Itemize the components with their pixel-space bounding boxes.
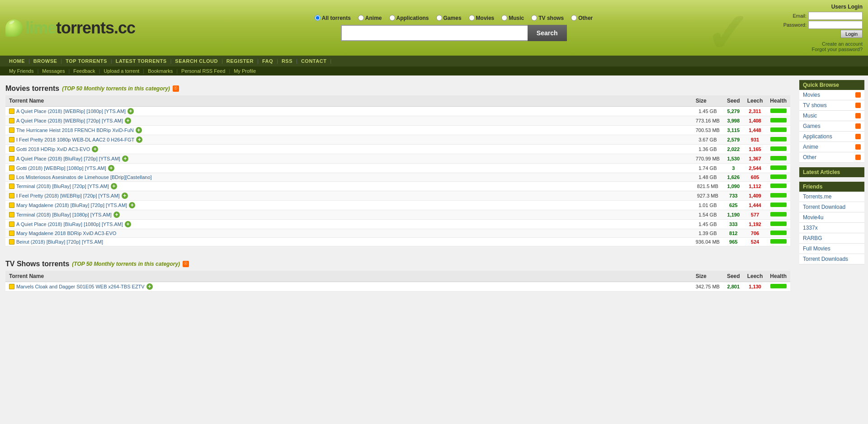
radio-tvshows[interactable]: TV shows — [531, 15, 564, 21]
subnav-upload-torrent[interactable]: Upload a torrent — [100, 68, 143, 74]
friend-movie4u-link[interactable]: Movie4u — [803, 214, 823, 221]
sidebar-other-link[interactable]: Other — [803, 154, 816, 160]
logo[interactable]: limetorrents.cc — [5, 19, 135, 38]
torrent-link[interactable]: Mary Magdalene (2018) [BluRay] [720p] [Y… — [16, 203, 127, 208]
subnav-my-friends[interactable]: My Friends — [5, 68, 37, 74]
password-input[interactable] — [808, 21, 863, 29]
forgot-password-link[interactable]: Forgot your password? — [812, 47, 863, 52]
torrent-link[interactable]: A Quiet Place (2018) [BluRay] [1080p] [Y… — [16, 221, 123, 227]
radio-other[interactable]: Other — [571, 15, 593, 21]
torrent-type-icon — [9, 174, 14, 180]
torrent-link[interactable]: Terminal (2018) [BluRay] [1080p] [YTS.AM… — [16, 212, 112, 217]
torrent-link[interactable]: A Quiet Place (2018) [WEBRip] [720p] [YT… — [16, 118, 123, 123]
friend-torrents-me-link[interactable]: Torrents.me — [803, 193, 831, 200]
add-torrent-button[interactable]: + — [92, 146, 98, 152]
login-button[interactable]: Login — [840, 30, 863, 38]
sidebar-other[interactable]: Other — [799, 152, 864, 163]
sidebar-applications[interactable]: Applications — [799, 132, 864, 142]
radio-games[interactable]: Games — [436, 15, 462, 21]
torrent-link[interactable]: A Quiet Place (2018) [BluRay] [720p] [YT… — [16, 156, 120, 161]
sidebar-music-link[interactable]: Music — [803, 113, 817, 119]
friend-1337x-link[interactable]: 1337x — [803, 225, 818, 231]
sidebar-games-link[interactable]: Games — [803, 123, 821, 129]
torrent-health — [766, 107, 790, 116]
torrent-link[interactable]: Marvels Cloak and Dagger S01E05 WEB x264… — [16, 284, 145, 289]
friend-rarbg-link[interactable]: RARBG — [803, 235, 822, 241]
anime-rss-sidebar-icon[interactable] — [855, 144, 861, 150]
create-account-link[interactable]: Create an account — [822, 41, 863, 47]
add-torrent-button[interactable]: + — [125, 221, 131, 227]
subnav-my-profile[interactable]: My Profile — [230, 68, 259, 74]
subnav-feedback[interactable]: Feedback — [70, 68, 99, 74]
login-area: Users Login Email: Password: Login Creat… — [772, 4, 863, 52]
torrent-link[interactable]: Gotti 2018 HDRip XviD AC3-EVO — [16, 146, 90, 152]
movies-rss-icon[interactable] — [173, 85, 179, 92]
torrent-size: 1.74 GB — [692, 164, 723, 173]
games-rss-sidebar-icon[interactable] — [855, 123, 861, 129]
email-input[interactable] — [808, 12, 863, 20]
add-torrent-button[interactable]: + — [125, 118, 131, 124]
search-button[interactable]: Search — [528, 25, 567, 41]
nav-home[interactable]: HOME — [5, 58, 28, 64]
torrent-leech: 1,192 — [744, 220, 767, 229]
movies-rss-sidebar-icon[interactable] — [855, 92, 861, 98]
music-rss-sidebar-icon[interactable] — [855, 113, 861, 118]
search-input[interactable] — [341, 25, 528, 41]
add-torrent-button[interactable]: + — [108, 165, 114, 171]
nav-browse[interactable]: BROWSE — [30, 58, 61, 64]
tvshows-rss-sidebar-icon[interactable] — [855, 103, 861, 108]
friend-full-movies-link[interactable]: Full Movies — [803, 245, 830, 252]
radio-movies[interactable]: Movies — [469, 15, 495, 21]
torrent-link[interactable]: I Feel Pretty (2018) [WEBRip] [720p] [YT… — [16, 193, 120, 198]
nav-faq[interactable]: FAQ — [259, 58, 277, 64]
nav-contact[interactable]: CONTACT — [297, 58, 330, 64]
search-area: All torrents Anime Applications Games Mo… — [153, 15, 754, 41]
torrent-link[interactable]: A Quiet Place (2018) [WEBRip] [1080p] [Y… — [16, 108, 126, 114]
add-torrent-button[interactable]: + — [136, 127, 142, 133]
torrent-leech: 2,311 — [744, 107, 767, 116]
radio-anime[interactable]: Anime — [358, 15, 382, 21]
torrent-link[interactable]: The Hurricane Heist 2018 FRENCH BDRip Xv… — [16, 127, 134, 133]
add-torrent-button[interactable]: + — [129, 202, 135, 208]
friend-torrent-downloads-link[interactable]: Torrent Downloads — [803, 256, 848, 262]
add-torrent-button[interactable]: + — [122, 155, 128, 162]
sidebar-tvshows-link[interactable]: TV shows — [803, 102, 827, 108]
sidebar-music[interactable]: Music — [799, 111, 864, 121]
subnav-messages[interactable]: Messages — [38, 68, 68, 74]
add-torrent-button[interactable]: + — [122, 193, 128, 199]
nav-latest-torrents[interactable]: LATEST TORRENTS — [112, 58, 170, 64]
sidebar-applications-link[interactable]: Applications — [803, 133, 832, 140]
add-torrent-button[interactable]: + — [136, 137, 142, 143]
add-torrent-button[interactable]: + — [111, 183, 117, 189]
add-torrent-button[interactable]: + — [113, 212, 120, 218]
other-rss-sidebar-icon[interactable] — [855, 155, 861, 160]
nav-search-cloud[interactable]: SEARCH CLOUD — [171, 58, 222, 64]
nav-rss[interactable]: RSS — [278, 58, 296, 64]
subnav-bookmarks[interactable]: Bookmarks — [144, 68, 176, 74]
radio-all-torrents[interactable]: All torrents — [315, 15, 351, 21]
radio-music[interactable]: Music — [501, 15, 524, 21]
sidebar-movies-link[interactable]: Movies — [803, 92, 820, 98]
add-torrent-button[interactable]: + — [127, 108, 134, 114]
applications-rss-sidebar-icon[interactable] — [855, 134, 861, 139]
sidebar-games[interactable]: Games — [799, 121, 864, 132]
add-torrent-button[interactable]: + — [146, 283, 153, 290]
tvshows-rss-icon[interactable] — [183, 261, 189, 267]
torrent-name-cell: Mary Magdalene (2018) [BluRay] [720p] [Y… — [5, 201, 692, 210]
nav-top-torrents[interactable]: TOP TORRENTS — [62, 58, 111, 64]
subnav-personal-rss[interactable]: Personal RSS Feed — [178, 68, 229, 74]
torrent-link[interactable]: Los Misteriosos Asesinatos de Limehouse … — [16, 174, 152, 180]
sidebar-anime-link[interactable]: Anime — [803, 144, 818, 150]
torrent-link[interactable]: Gotti (2018) [WEBRip] [1080p] [YTS.AM] — [16, 165, 106, 171]
torrent-link[interactable]: Mary Magdalene 2018 BDRip XviD AC3-EVO — [16, 231, 116, 236]
friend-torrent-download-link[interactable]: Torrent Download — [803, 204, 845, 210]
nav-register[interactable]: REGISTER — [223, 58, 257, 64]
radio-applications[interactable]: Applications — [389, 15, 429, 21]
sidebar-anime[interactable]: Anime — [799, 142, 864, 152]
sidebar-tvshows[interactable]: TV shows — [799, 100, 864, 111]
torrent-link[interactable]: Terminal (2018) [BluRay] [720p] [YTS.AM] — [16, 184, 109, 189]
sidebar-movies[interactable]: Movies — [799, 90, 864, 100]
torrent-link[interactable]: Beirut (2018) [BluRay] [720p] [YTS.AM] — [16, 239, 103, 245]
torrent-link[interactable]: I Feel Pretty 2018 1080p WEB-DL AAC2 0 H… — [16, 137, 134, 142]
latest-articles-title: Latest Articles — [799, 167, 864, 177]
